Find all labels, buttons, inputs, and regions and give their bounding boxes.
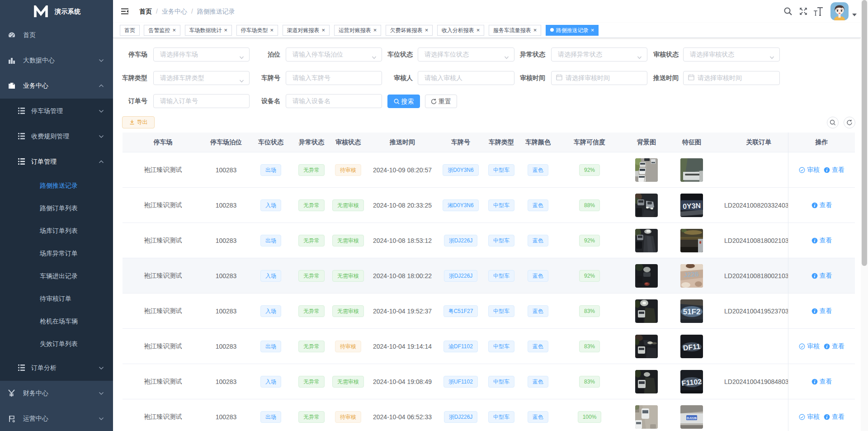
svg-text:0Y3N: 0Y3N (683, 201, 701, 210)
svg-text:51F2: 51F2 (683, 308, 701, 316)
svg-text:J226: J226 (684, 270, 699, 278)
svg-text:DJ226: DJ226 (687, 416, 697, 420)
